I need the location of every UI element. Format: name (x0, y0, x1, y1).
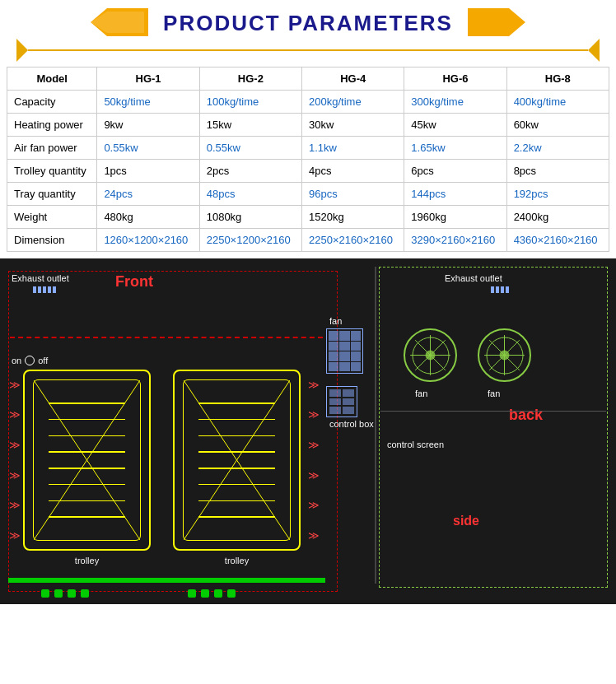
table-row: Air fan power0.55kw0.55kw1.1kw1.65kw2.2k… (7, 137, 609, 160)
shelf (198, 402, 275, 404)
on-off-indicator: on off (12, 356, 48, 365)
ctrl-cell (343, 407, 354, 414)
cell-r6-c0: 1260×1200×2160 (97, 229, 199, 252)
divider-line (375, 267, 376, 584)
cell-r6-c1: 2250×1200×2160 (199, 229, 301, 252)
col-hg6: HG-6 (404, 67, 506, 91)
back-panel (379, 267, 608, 588)
side-arrows-right: ≫ ≫ ≫ ≫ ≫ ≫ (307, 370, 320, 551)
fan-grid-cell (329, 342, 338, 351)
shelf (49, 451, 125, 453)
shelf (49, 402, 125, 404)
shelf (198, 500, 275, 502)
wheel (227, 589, 236, 598)
on-off-circle (25, 356, 35, 365)
product-table-wrap: Model HG-1 HG-2 HG-4 HG-6 HG-8 Capacity5… (0, 67, 616, 258)
col-hg1: HG-1 (97, 67, 199, 91)
arrow-sym: ≫ (308, 530, 320, 541)
arrow-sym: ≫ (9, 470, 21, 481)
trolley-right-label: trolley (225, 556, 249, 565)
cell-r4-c0: 24pcs (97, 183, 199, 206)
shelf (198, 435, 275, 437)
cell-r4-c3: 144pcs (404, 183, 506, 206)
cell-r5-c1: 1080kg (199, 206, 301, 229)
control-box (326, 386, 357, 417)
col-hg2: HG-2 (199, 67, 301, 91)
cell-r2-c2: 1.1kw (302, 137, 404, 160)
arrow-sym: ≫ (9, 409, 21, 420)
diagram-section: Exhaust outlet Front on off ≫ ≫ ≫ ≫ ≫ ≫ (0, 258, 616, 604)
arrow-sym: ≫ (9, 530, 21, 541)
trolley-right-shelves (198, 395, 275, 525)
trolley-right: trolley (173, 370, 301, 551)
row-label-6: Dimension (7, 229, 97, 252)
exhaust-outlet-left-label: Exhaust outlet (12, 273, 69, 283)
wheel (214, 589, 222, 598)
shelf (198, 451, 275, 453)
fan-circle-right (478, 328, 531, 382)
fan-spokes-left (405, 330, 455, 380)
arrow-sym: ≫ (308, 440, 320, 450)
wheel (188, 589, 196, 598)
header-deco-left (91, 8, 148, 39)
svg-point-16 (500, 351, 510, 361)
product-table: Model HG-1 HG-2 HG-4 HG-6 HG-8 Capacity5… (7, 67, 609, 252)
fan-grid-cell (351, 351, 361, 361)
fan-grid-cell (339, 342, 349, 351)
shelf (49, 500, 125, 502)
table-row: Tray quantity24pcs48pcs96pcs144pcs192pcs (7, 183, 609, 206)
off-label: off (38, 356, 48, 365)
cell-r3-c4: 8pcs (506, 160, 609, 183)
back-label: back (509, 407, 543, 424)
fan-circle-left (404, 328, 457, 382)
page-title: PRODUCT PARAMETERS (148, 11, 468, 36)
cell-r0-c0: 50kg/time (97, 91, 199, 114)
col-hg4: HG-4 (302, 67, 404, 91)
fan-label-back-left: fan (415, 389, 427, 398)
table-row: Weight480kg1080kg1520kg1960kg2400kg (7, 206, 609, 229)
shelf (49, 516, 125, 518)
wheel (68, 589, 76, 598)
trolley-left-wheels (41, 589, 89, 598)
bottom-green-bar (8, 578, 325, 583)
cell-r2-c0: 0.55kw (97, 137, 199, 160)
header-underline (0, 39, 616, 67)
exhaust-left-ticks (33, 286, 56, 293)
cell-r0-c1: 100kg/time (199, 91, 301, 114)
row-label-3: Trolley quantity (7, 160, 97, 183)
shelf (198, 516, 275, 518)
cell-r1-c2: 30kw (302, 114, 404, 137)
col-hg8: HG-8 (506, 67, 609, 91)
cell-r5-c2: 1520kg (302, 206, 404, 229)
trolley-right-inner (183, 379, 291, 541)
arrow-sym: ≫ (308, 470, 320, 481)
side-arrows-left: ≫ ≫ ≫ ≫ ≫ ≫ (8, 370, 21, 551)
cell-r5-c3: 1960kg (404, 206, 506, 229)
cell-r6-c4: 4360×2160×2160 (506, 229, 609, 252)
arrow-sym: ≫ (9, 379, 21, 390)
side-label: side (453, 514, 479, 528)
fan-grid-cell (339, 331, 349, 341)
mid-horizontal-line (380, 411, 606, 412)
cell-r3-c1: 2pcs (199, 160, 301, 183)
col-model: Model (7, 67, 97, 91)
control-box-label: control box (329, 419, 374, 429)
fan-grid-cell (351, 331, 361, 341)
table-row: Trolley quantity1pcs2pcs4pcs6pcs8pcs (7, 160, 609, 183)
svg-marker-1 (91, 12, 144, 33)
arrow-sym: ≫ (9, 500, 21, 510)
fan-grid-cell (329, 331, 338, 341)
cell-r2-c4: 2.2kw (506, 137, 609, 160)
shelf (49, 468, 125, 469)
cell-r6-c2: 2250×2160×2160 (302, 229, 404, 252)
ctrl-cell (343, 398, 354, 406)
cell-r3-c3: 6pcs (404, 160, 506, 183)
shelf (198, 419, 275, 421)
cell-r1-c4: 60kw (506, 114, 609, 137)
fan-spokes-right (479, 330, 530, 380)
row-label-1: Heating power (7, 114, 97, 137)
ctrl-cell (329, 398, 341, 406)
fan-label-back-right: fan (488, 389, 500, 398)
cell-r4-c4: 192pcs (506, 183, 609, 206)
cell-r5-c0: 480kg (97, 206, 199, 229)
